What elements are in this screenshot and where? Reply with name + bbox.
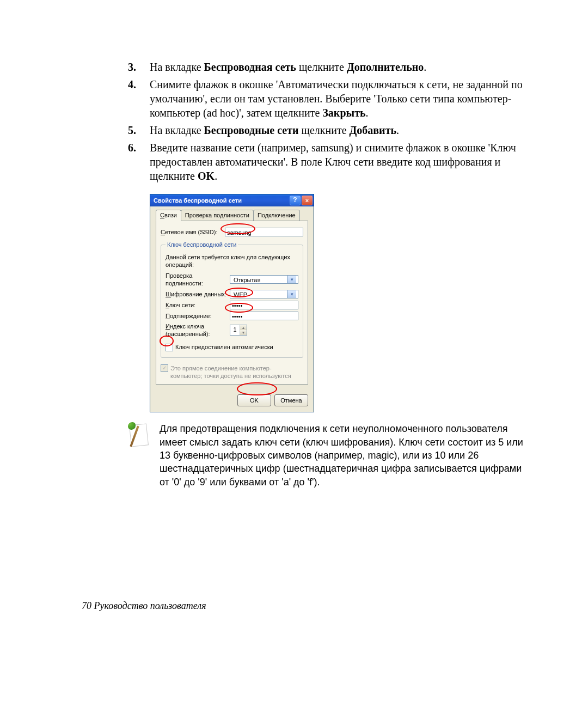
dialog-title: Свойства беспроводной сети xyxy=(154,197,290,204)
step-text: Введите название сети (например, samsung… xyxy=(150,142,516,182)
key-provided-auto-checkbox[interactable]: Ключ предоставлен автоматически xyxy=(166,343,273,351)
chevron-up-icon: ▲ xyxy=(240,325,247,330)
tab-connection[interactable]: Связи xyxy=(156,210,181,221)
step-3: 3. На вкладке Беспроводная сеть щелкните… xyxy=(128,60,534,74)
encryption-value: WEP xyxy=(232,290,287,298)
key-index-value: 1 xyxy=(230,325,240,335)
network-key-label: Ключ сети: xyxy=(166,301,230,309)
checkbox-icon xyxy=(166,344,173,351)
step-4: 4. Снимите флажок в окошке 'Автоматическ… xyxy=(128,77,534,120)
tab-authentication[interactable]: Проверка подлинности xyxy=(181,210,254,221)
wireless-properties-dialog: Свойства беспроводной сети ? × Связи Про… xyxy=(150,194,314,412)
ssid-label: Сетевое имя (SSID): xyxy=(161,228,225,236)
step-text: На вкладке Беспроводные сети щелкните До… xyxy=(150,124,399,136)
page-footer: 70 Руководство пользователя xyxy=(82,600,206,612)
step-5: 5. На вкладке Беспроводные сети щелкните… xyxy=(128,123,534,137)
encryption-label: Шифрование данных: xyxy=(166,290,230,298)
note-icon xyxy=(128,422,150,448)
note-block: Для предотвращения подключения к сети не… xyxy=(128,422,534,488)
network-key-input[interactable]: ••••• xyxy=(230,301,298,309)
step-number: 6. xyxy=(128,141,136,155)
dialog-figure: Свойства беспроводной сети ? × Связи Про… xyxy=(128,194,534,412)
dialog-titlebar[interactable]: Свойства беспроводной сети ? × xyxy=(150,194,314,206)
tab-page-connection: Сетевое имя (SSID): samsung Ключ беспров… xyxy=(156,221,308,385)
cancel-button[interactable]: Отмена xyxy=(274,394,308,406)
key-index-label: Индекс ключа (расширенный): xyxy=(166,322,230,338)
checkbox-label: Это прямое соединение компьютер-компьюте… xyxy=(170,364,301,380)
help-icon[interactable]: ? xyxy=(290,196,301,205)
close-icon[interactable]: × xyxy=(302,196,313,205)
confirm-key-input[interactable]: ••••• xyxy=(230,312,298,320)
auth-label: Проверка подлинности: xyxy=(166,272,230,288)
step-number: 4. xyxy=(128,77,136,92)
step-text: На вкладке Беспроводная сеть щелкните До… xyxy=(150,61,426,73)
adhoc-checkbox: ✓ Это прямое соединение компьютер-компью… xyxy=(161,364,301,380)
fieldset-hint: Данной сети требуется ключ для следующих… xyxy=(166,253,298,269)
tab-link[interactable]: Подключение xyxy=(253,210,300,221)
confirm-key-label: Подтверждение: xyxy=(166,312,230,320)
step-number: 5. xyxy=(128,123,136,137)
ok-button[interactable]: OK xyxy=(237,394,271,406)
ssid-input[interactable]: samsung xyxy=(225,228,303,236)
step-number: 3. xyxy=(128,60,136,74)
step-text: Снимите флажок в окошке 'Автоматически п… xyxy=(150,78,523,119)
wireless-key-fieldset: Ключ беспроводной сети Данной сети требу… xyxy=(161,241,303,358)
chevron-down-icon: ▾ xyxy=(287,276,296,283)
step-6: 6. Введите название сети (например, sams… xyxy=(128,141,534,183)
chevron-down-icon: ▼ xyxy=(240,330,247,335)
chevron-down-icon: ▾ xyxy=(287,290,296,298)
fieldset-legend: Ключ беспроводной сети xyxy=(166,241,238,248)
auth-value: Открытая xyxy=(232,276,287,283)
key-index-stepper[interactable]: 1 ▲▼ xyxy=(230,325,247,336)
auth-select[interactable]: Открытая ▾ xyxy=(230,275,298,284)
note-text: Для предотвращения подключения к сети не… xyxy=(160,422,534,488)
checkbox-icon: ✓ xyxy=(161,364,168,372)
encryption-select[interactable]: WEP ▾ xyxy=(230,290,298,298)
instruction-list: 3. На вкладке Беспроводная сеть щелкните… xyxy=(128,60,534,183)
dialog-tabs: Связи Проверка подлинности Подключение xyxy=(156,210,308,221)
checkbox-label: Ключ предоставлен автоматически xyxy=(175,343,273,351)
